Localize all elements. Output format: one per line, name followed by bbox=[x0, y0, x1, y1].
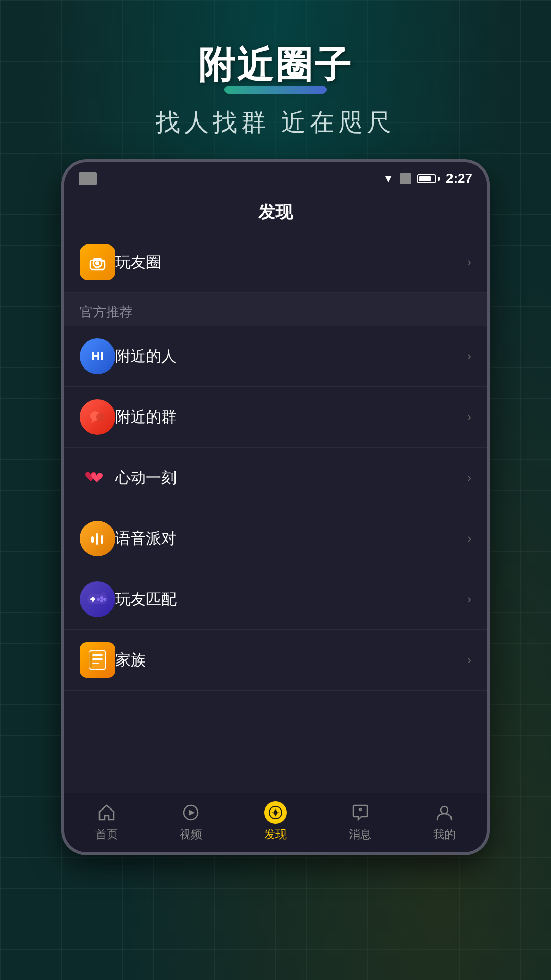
list-item-jiazu[interactable]: 家族 › bbox=[64, 630, 487, 691]
nav-label-discover: 发现 bbox=[264, 827, 287, 842]
home-icon bbox=[95, 801, 118, 824]
section-header-official: 官方推荐 bbox=[64, 293, 487, 326]
svg-rect-23 bbox=[92, 663, 99, 664]
app-header: 发现 bbox=[64, 190, 487, 232]
svg-rect-8 bbox=[91, 536, 94, 543]
svg-point-4 bbox=[102, 260, 104, 262]
svg-point-14 bbox=[100, 596, 103, 599]
nav-label-home: 首页 bbox=[95, 827, 118, 842]
svg-rect-9 bbox=[96, 533, 98, 545]
icon-chat bbox=[80, 399, 115, 435]
chevron-fujin-qun: › bbox=[467, 410, 471, 424]
screen-title: 发现 bbox=[258, 202, 293, 222]
item-label-yuyin: 语音派对 bbox=[115, 528, 467, 549]
status-left bbox=[79, 172, 97, 185]
svg-rect-21 bbox=[92, 654, 103, 656]
promo-section: 附近圈子 找人找群 近在咫尺 bbox=[156, 0, 395, 139]
item-label-fujin-qun: 附近的群 bbox=[115, 407, 467, 428]
item-label-wanyouquan: 玩友圈 bbox=[115, 252, 467, 273]
svg-point-16 bbox=[100, 599, 103, 602]
list-item-xindong[interactable]: 心动一刻 › bbox=[64, 448, 487, 508]
page-content: 附近圈子 找人找群 近在咫尺 ▼ 2:27 bbox=[0, 0, 551, 980]
icon-note bbox=[80, 642, 115, 678]
chevron-jiazu: › bbox=[467, 653, 471, 667]
compass-icon bbox=[264, 801, 287, 824]
nav-label-video: 视频 bbox=[180, 827, 202, 842]
status-time: 2:27 bbox=[446, 170, 472, 186]
icon-hearts bbox=[80, 460, 115, 496]
battery-icon bbox=[417, 174, 440, 183]
svg-rect-22 bbox=[92, 658, 103, 660]
nav-item-video[interactable]: 视频 bbox=[149, 801, 234, 842]
notification-icon bbox=[79, 172, 97, 185]
promo-subtitle: 找人找群 近在咫尺 bbox=[156, 106, 395, 139]
icon-audio bbox=[80, 521, 115, 556]
svg-point-17 bbox=[97, 598, 100, 601]
svg-rect-24 bbox=[89, 652, 92, 668]
signal-icon bbox=[400, 173, 411, 184]
list-item-fujin-qun[interactable]: 附近的群 › bbox=[64, 387, 487, 448]
status-bar: ▼ 2:27 bbox=[64, 162, 487, 190]
chevron-yuyin: › bbox=[467, 531, 471, 546]
promo-title: 附近圈子 bbox=[198, 41, 353, 90]
list-item-fujin-ren[interactable]: HI 附近的人 › bbox=[64, 326, 487, 387]
svg-rect-18 bbox=[89, 592, 94, 595]
icon-hi: HI bbox=[80, 338, 115, 374]
item-label-wanyou-peipei: 玩友匹配 bbox=[115, 589, 467, 610]
item-label-fujin-ren: 附近的人 bbox=[115, 346, 467, 367]
nav-label-mine: 我的 bbox=[433, 827, 456, 842]
nav-item-message[interactable]: 消息 bbox=[318, 801, 403, 842]
message-icon bbox=[349, 801, 371, 824]
list-item-yuyin[interactable]: 语音派对 › bbox=[64, 508, 487, 569]
chevron-wanyouquan: › bbox=[467, 255, 471, 270]
icon-camera bbox=[80, 244, 115, 280]
svg-rect-13 bbox=[92, 597, 94, 602]
item-label-jiazu: 家族 bbox=[115, 650, 467, 671]
bottom-space bbox=[64, 691, 487, 793]
nav-item-mine[interactable]: 我的 bbox=[402, 801, 487, 842]
nav-item-discover[interactable]: 发现 bbox=[233, 801, 318, 842]
chevron-fujin-ren: › bbox=[467, 349, 471, 363]
chevron-wanyou-peipei: › bbox=[467, 592, 471, 606]
svg-point-28 bbox=[441, 806, 448, 814]
wifi-icon: ▼ bbox=[383, 172, 394, 185]
bottom-nav: 首页 视频 发现 bbox=[64, 793, 487, 852]
svg-point-15 bbox=[103, 598, 106, 601]
nav-label-message: 消息 bbox=[349, 827, 371, 842]
content-list: 玩友圈 › 官方推荐 HI 附近的人 › bbox=[64, 232, 487, 793]
svg-rect-19 bbox=[101, 592, 106, 595]
icon-gamepad bbox=[80, 581, 115, 617]
list-item-wanyouquan[interactable]: 玩友圈 › bbox=[64, 232, 487, 293]
svg-point-7 bbox=[96, 413, 105, 421]
nav-item-home[interactable]: 首页 bbox=[64, 801, 149, 842]
phone-frame: ▼ 2:27 发现 bbox=[61, 159, 490, 855]
item-label-xindong: 心动一刻 bbox=[115, 468, 467, 488]
chevron-xindong: › bbox=[467, 471, 471, 485]
svg-rect-10 bbox=[101, 535, 103, 544]
svg-point-1 bbox=[95, 261, 99, 265]
list-item-wanyou-peipei[interactable]: 玩友匹配 › bbox=[64, 569, 487, 630]
user-icon bbox=[433, 801, 456, 824]
status-right: ▼ 2:27 bbox=[383, 170, 472, 186]
play-icon bbox=[180, 801, 202, 824]
svg-marker-26 bbox=[189, 810, 195, 816]
